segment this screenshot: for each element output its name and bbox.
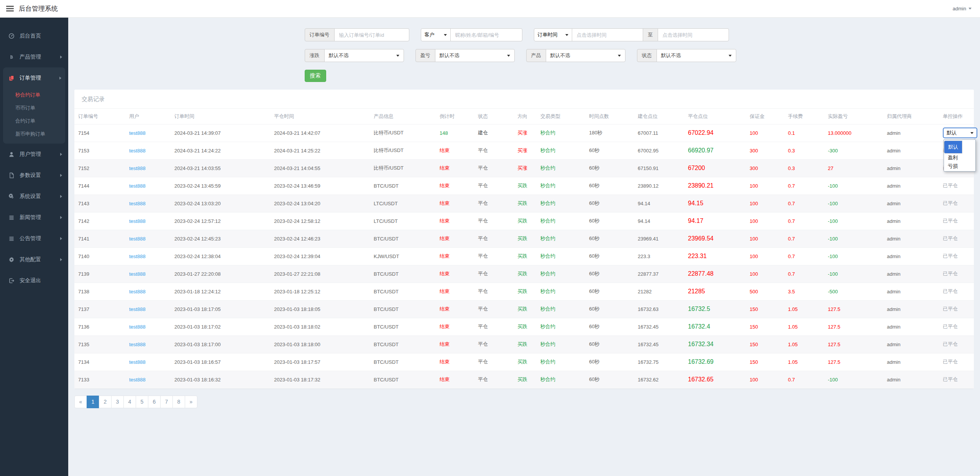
- control-dropdown-option[interactable]: 默认: [944, 141, 962, 154]
- page-5[interactable]: 5: [136, 396, 148, 408]
- user-link[interactable]: test888: [129, 183, 146, 189]
- cell-user: test888: [125, 230, 171, 247]
- page-7[interactable]: 7: [160, 396, 173, 408]
- user-icon: [8, 151, 15, 157]
- user-link[interactable]: test888: [129, 306, 146, 312]
- sidebar-item-1[interactable]: 产品管理: [0, 46, 68, 67]
- filter-row-1: 订单编号 客户 订单时间 至: [305, 28, 744, 41]
- user-link[interactable]: test888: [129, 359, 146, 365]
- table-row: 7139test8882023-01-27 22:20:082023-01-27…: [74, 265, 974, 283]
- user-link[interactable]: test888: [129, 271, 146, 277]
- table-row: 7153test8882024-03-21 14:24:222024-03-21…: [74, 142, 974, 159]
- cell-order-time: 2023-01-27 22:20:08: [171, 265, 270, 283]
- sidebar-subitem[interactable]: 合约订单: [3, 115, 65, 128]
- page-6[interactable]: 6: [148, 396, 161, 408]
- product-select[interactable]: 默认不选: [546, 49, 625, 62]
- customer-type-select[interactable]: 客户: [421, 28, 451, 41]
- sidebar: 后台首页产品管理订单管理秒合约订单币币订单合约订单新币申购订单用户管理参数设置系…: [0, 18, 68, 476]
- sidebar-item-5[interactable]: 系统设置: [0, 186, 68, 207]
- sidebar-item-6[interactable]: 新闻管理: [0, 207, 68, 228]
- table-row: 7135test8882023-01-03 18:17:002023-01-03…: [74, 335, 974, 353]
- customer-input[interactable]: [450, 28, 522, 41]
- cell-order-no: 7141: [74, 230, 125, 247]
- table-row: 7138test8882023-01-18 12:24:122023-01-18…: [74, 283, 974, 300]
- cell-trade-type: 秒合约: [537, 195, 585, 212]
- page-1[interactable]: 1: [87, 396, 99, 408]
- status-select[interactable]: 默认不选: [657, 49, 736, 62]
- cell-margin: 100: [746, 177, 784, 195]
- cell-control: 已平仓: [939, 247, 974, 265]
- user-link[interactable]: test888: [129, 130, 146, 136]
- control-dropdown-option[interactable]: 盈利: [944, 154, 975, 162]
- sidebar-subitem[interactable]: 秒合约订单: [3, 88, 65, 101]
- cell-product: LTC/USDT: [370, 195, 436, 212]
- cell-close-time: 2024-03-21 14:04:55: [270, 159, 370, 177]
- cell-order-no: 7139: [74, 265, 125, 283]
- top-bar: 后台管理系统 admin: [0, 0, 980, 18]
- cell-user: test888: [125, 353, 171, 371]
- col-duration: 时间点数: [585, 109, 634, 124]
- search-button[interactable]: 搜索: [305, 70, 326, 82]
- user-link[interactable]: test888: [129, 289, 146, 294]
- cell-fee: 0.7: [784, 247, 824, 265]
- sidebar-item-label: 订单管理: [20, 75, 59, 82]
- cell-order-no: 7152: [74, 159, 125, 177]
- cell-state: 建仓: [474, 124, 514, 142]
- user-link[interactable]: test888: [129, 377, 146, 383]
- cell-product: BTC/USDT: [370, 283, 436, 300]
- menu-toggle-icon[interactable]: [6, 5, 14, 13]
- cell-profit: 127.5: [824, 318, 883, 335]
- cell-order-time: 2023-01-03 18:17:05: [171, 300, 270, 318]
- user-link[interactable]: test888: [129, 324, 146, 330]
- user-link[interactable]: test888: [129, 342, 146, 347]
- cell-profit: -100: [824, 265, 883, 283]
- chevron-right-icon: [60, 56, 62, 59]
- user-link[interactable]: test888: [129, 201, 146, 206]
- page-2[interactable]: 2: [99, 396, 112, 408]
- control-dropdown-option[interactable]: 亏损: [944, 162, 975, 170]
- sidebar-item-8[interactable]: 其他配置: [0, 249, 68, 270]
- zhangdie-select[interactable]: 默认不选: [324, 49, 404, 62]
- product-filter: 产品 默认不选: [526, 49, 625, 62]
- user-link[interactable]: test888: [129, 148, 146, 154]
- sidebar-item-2[interactable]: 订单管理: [3, 67, 65, 88]
- control-select[interactable]: 默认: [943, 128, 977, 138]
- user-link[interactable]: test888: [129, 218, 146, 224]
- cell-close-time: 2023-02-24 12:58:12: [270, 212, 370, 230]
- user-menu[interactable]: admin: [953, 6, 972, 11]
- time-from-input[interactable]: [572, 28, 643, 41]
- cell-state: 平仓: [474, 142, 514, 159]
- cell-close-time: 2023-01-18 12:25:12: [270, 283, 370, 300]
- cell-close-time: 2023-01-03 18:18:00: [270, 335, 370, 353]
- zhangdie-label: 涨跌: [305, 49, 325, 62]
- cell-countdown: 结束: [436, 335, 474, 353]
- cell-margin: 100: [746, 265, 784, 283]
- cell-close-price: 21285: [684, 283, 746, 300]
- col-direction: 方向: [514, 109, 537, 124]
- sidebar-subitem[interactable]: 币币订单: [3, 101, 65, 115]
- user-link[interactable]: test888: [129, 254, 146, 259]
- user-link[interactable]: test888: [129, 165, 146, 171]
- table-row: 7152test8882024-03-21 14:03:552024-03-21…: [74, 159, 974, 177]
- cell-product: KJW/USDT: [370, 247, 436, 265]
- sidebar-subitem[interactable]: 新币申购订单: [3, 128, 65, 141]
- order-no-input[interactable]: [334, 28, 409, 41]
- time-type-select[interactable]: 订单时间: [534, 28, 572, 41]
- page-4[interactable]: 4: [123, 396, 136, 408]
- sidebar-item-9[interactable]: 安全退出: [0, 270, 68, 291]
- chevron-right-icon: [60, 237, 62, 240]
- yingkui-select[interactable]: 默认不选: [435, 49, 515, 62]
- sidebar-item-3[interactable]: 用户管理: [0, 144, 68, 165]
- page-8[interactable]: 8: [172, 396, 185, 408]
- sidebar-item-7[interactable]: 公告管理: [0, 228, 68, 249]
- page-prev[interactable]: «: [74, 396, 87, 408]
- cell-profit: 127.5: [824, 335, 883, 353]
- page-next[interactable]: »: [185, 396, 197, 408]
- page-3[interactable]: 3: [111, 396, 124, 408]
- sidebar-item-0[interactable]: 后台首页: [0, 25, 68, 46]
- time-to-input[interactable]: [658, 28, 729, 41]
- cell-state: 平仓: [474, 212, 514, 230]
- user-link[interactable]: test888: [129, 236, 146, 242]
- cell-duration: 180秒: [585, 124, 634, 142]
- sidebar-item-4[interactable]: 参数设置: [0, 165, 68, 186]
